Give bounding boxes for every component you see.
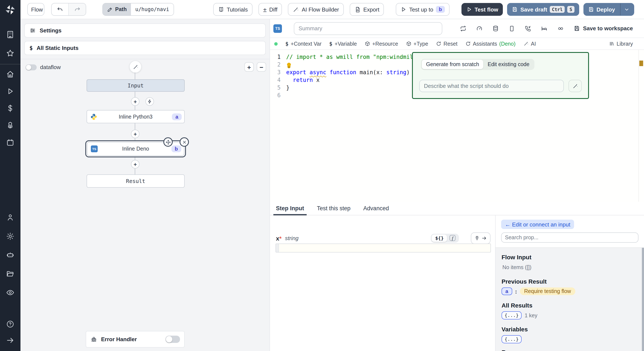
connect-input-button[interactable] [471, 232, 490, 244]
field-type: string [285, 235, 299, 242]
favorites-star-icon[interactable] [0, 47, 20, 60]
colon: : [515, 288, 517, 294]
book-icon [218, 6, 224, 12]
search-prop-input[interactable] [501, 232, 638, 243]
add-step-button[interactable]: + [131, 160, 140, 168]
workspace-building-icon[interactable] [0, 28, 20, 41]
mock-square-icon[interactable] [508, 25, 515, 32]
save-to-workspace-button[interactable]: Save to workspace [574, 25, 633, 32]
move-node-handle[interactable] [163, 137, 173, 147]
assistants-button[interactable]: Assistants (Deno) [465, 41, 516, 47]
prev-result-badge-a[interactable]: a [502, 288, 512, 295]
audit-eye-icon[interactable] [0, 286, 20, 299]
flow-node-python[interactable]: Inline Python3 a [86, 110, 185, 123]
editor-header: TS Save to workspace [270, 19, 644, 38]
schedules-calendar-icon[interactable] [0, 136, 20, 149]
field-name: x [276, 235, 279, 242]
tutorials-button[interactable]: Tutorials [213, 3, 252, 16]
library-button[interactable]: Library [609, 41, 633, 47]
props-scrollbar[interactable] [642, 248, 644, 351]
flow-node-result[interactable]: Result [86, 174, 185, 188]
windmill-flow-editor: Flow Path u/hugo/navi Tutorials ± Diff [0, 0, 644, 351]
tab-test-this-step[interactable]: Test this step [317, 202, 350, 215]
ai-popup-tabs: Generate from scratch Edit existing code [421, 59, 534, 70]
prev-result-value[interactable]: Require testing flow [520, 288, 575, 295]
ai-button[interactable]: AI [523, 41, 536, 47]
close-icon [182, 140, 186, 144]
editor-overview-ruler[interactable] [638, 50, 644, 202]
add-type-button[interactable]: +Type [406, 41, 428, 47]
diff-button[interactable]: ± Diff [258, 3, 282, 16]
suspend-phone-icon[interactable] [524, 25, 532, 32]
trigger-bolt-button[interactable] [146, 97, 154, 106]
resources-cubes-icon[interactable] [0, 119, 20, 132]
ai-flow-builder-button[interactable]: AI Flow Builder [288, 3, 344, 16]
undo-button[interactable] [52, 4, 69, 15]
field-value-input[interactable] [276, 244, 491, 252]
help-icon[interactable] [0, 318, 20, 330]
cache-database-icon[interactable] [492, 25, 499, 32]
test-up-to-button[interactable]: Test up to b [396, 3, 450, 16]
settings-gear-icon[interactable] [0, 230, 20, 243]
chevron-down-icon[interactable] [624, 6, 630, 12]
ai-wand-button[interactable] [129, 60, 142, 73]
export-button[interactable]: Export [350, 3, 384, 16]
add-step-button[interactable]: + [131, 97, 140, 106]
home-icon[interactable] [0, 68, 20, 80]
flow-settings-button[interactable]: Settings [24, 24, 266, 38]
deploy-button[interactable]: Deploy [583, 3, 634, 16]
ai-prompt-input[interactable] [419, 80, 564, 92]
windmill-logo-icon[interactable] [5, 4, 16, 15]
all-results-object-badge[interactable]: {...} [502, 311, 522, 320]
edit-existing-code-tab[interactable]: Edit existing code [484, 60, 534, 69]
zoom-out-button[interactable]: − [257, 62, 266, 72]
user-icon[interactable] [0, 211, 20, 224]
lightbulb-icon[interactable] [287, 63, 291, 66]
runs-play-icon[interactable] [0, 85, 20, 98]
flow-kind-button[interactable]: Flow [27, 3, 44, 16]
workers-robot-icon[interactable] [0, 249, 20, 262]
all-static-inputs-button[interactable]: $ All Static Inputs [24, 41, 266, 55]
add-variable-button[interactable]: $ +Variable [329, 40, 357, 47]
error-handler-toggle[interactable] [166, 336, 180, 343]
sleep-bed-icon[interactable] [541, 25, 548, 32]
collapse-arrow-right-icon[interactable] [0, 334, 20, 347]
generate-from-scratch-tab[interactable]: Generate from scratch [422, 60, 484, 69]
typescript-icon: TS [91, 146, 98, 152]
template-mode-button[interactable]: ${} [432, 234, 447, 242]
concurrency-icon[interactable] [557, 25, 564, 32]
summary-input[interactable] [294, 22, 442, 35]
path-control[interactable]: Path u/hugo/navi [102, 3, 174, 16]
early-stop-gauge-icon[interactable] [476, 25, 483, 32]
reset-button[interactable]: Reset [436, 41, 458, 47]
path-value[interactable]: u/hugo/navi [131, 4, 173, 15]
props-panel: ← Edit or connect an input Flow Input No… [495, 216, 644, 351]
save-icon [588, 6, 594, 12]
path-label[interactable]: Path [103, 4, 131, 15]
dataflow-toggle[interactable] [26, 64, 37, 70]
add-step-button[interactable]: + [131, 130, 140, 138]
ai-generate-button[interactable] [568, 80, 582, 92]
save-draft-button[interactable]: Save draft Ctrl S [507, 3, 579, 16]
function-mode-button[interactable]: f [447, 234, 458, 242]
retries-repeat-icon[interactable] [460, 25, 466, 32]
error-handler-row[interactable]: Error Handler [86, 331, 185, 348]
field-value-editor[interactable] [279, 244, 490, 252]
variables-object-badge[interactable]: {...} [502, 335, 522, 343]
folders-icon[interactable] [0, 268, 20, 280]
zoom-in-button[interactable]: + [244, 62, 254, 72]
redo-button[interactable] [69, 4, 86, 15]
required-mark: * [279, 235, 282, 242]
tab-step-input[interactable]: Step Input [276, 202, 304, 215]
tab-advanced[interactable]: Advanced [363, 202, 389, 215]
add-resource-button[interactable]: +Resource [364, 41, 398, 47]
edit-or-connect-button[interactable]: ← Edit or connect an input [501, 220, 574, 229]
flow-input-title: Flow Input [502, 254, 532, 260]
flow-node-input[interactable]: Input [86, 79, 185, 92]
add-context-var-button[interactable]: $ +Context Var [285, 40, 322, 47]
variables-dollar-icon[interactable] [0, 102, 20, 115]
code-editor[interactable]: 1// import * as wmill from "npm:windmill… [270, 50, 644, 202]
delete-node-button[interactable] [180, 137, 189, 147]
test-flow-button[interactable]: Test flow [462, 3, 503, 16]
save-icon [512, 6, 518, 12]
